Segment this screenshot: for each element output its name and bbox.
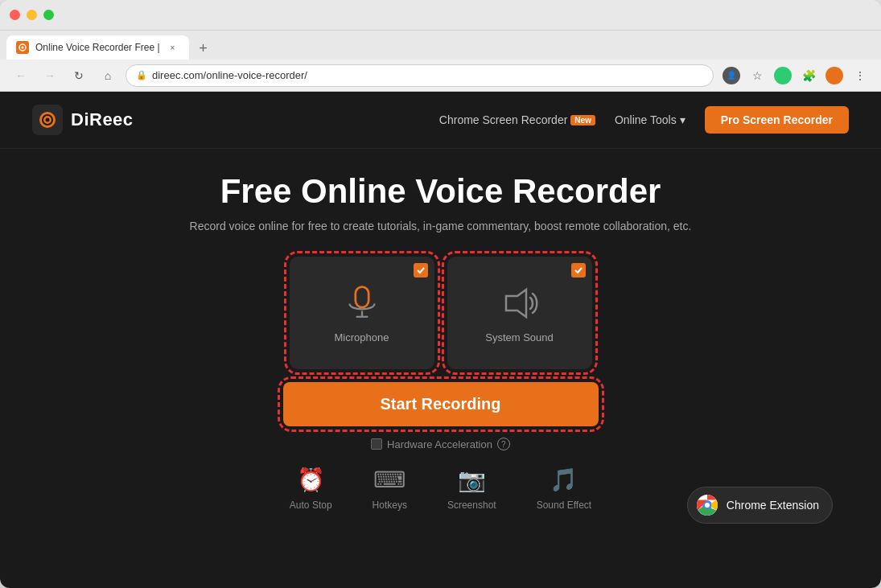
forward-button[interactable]: → <box>39 64 61 87</box>
tab-title: Online Voice Recorder Free | <box>35 42 160 53</box>
system-sound-label: System Sound <box>485 331 554 343</box>
start-recording-button[interactable]: Start Recording <box>283 382 599 426</box>
system-sound-card[interactable]: System Sound <box>447 257 592 369</box>
sound-effect-icon: 🎵 <box>550 467 578 493</box>
hotkeys-label: Hotkeys <box>373 500 407 511</box>
url-text: direec.com/online-voice-recorder/ <box>152 69 307 81</box>
url-input[interactable]: 🔒 direec.com/online-voice-recorder/ <box>126 64 714 87</box>
sound-effect-item: 🎵 Sound Effect <box>537 467 592 511</box>
logo-area: DiReec <box>32 105 134 135</box>
profile-icon[interactable]: 👤 <box>720 64 743 87</box>
page-title: Free Online Voice Recorder <box>220 173 661 210</box>
toolbar-icons: 👤 ☆ 🧩 ⋮ <box>720 64 871 87</box>
back-icon: ← <box>15 69 27 82</box>
logo-icon <box>32 105 63 135</box>
page-subtitle: Record voice online for free to create t… <box>190 220 692 232</box>
browser-window: Online Voice Recorder Free | × + ← → ↻ ⌂… <box>0 0 881 588</box>
hotkeys-item: ⌨ Hotkeys <box>373 467 407 511</box>
hardware-acceleration-help[interactable]: ? <box>497 438 510 450</box>
chrome-logo-icon <box>696 494 718 516</box>
address-bar: ← → ↻ ⌂ 🔒 direec.com/online-voice-record… <box>0 60 881 92</box>
close-button[interactable] <box>10 10 20 20</box>
recording-options: Microphone System Sound <box>290 257 592 369</box>
svg-point-1 <box>22 47 24 49</box>
main-content: Free Online Voice Recorder Record voice … <box>0 149 881 588</box>
auto-stop-item: ⏰ Auto Stop <box>290 467 332 511</box>
site-header: DiReec Chrome Screen Recorder New Online… <box>0 92 881 149</box>
minimize-button[interactable] <box>27 10 37 20</box>
microphone-card[interactable]: Microphone <box>290 257 434 369</box>
svg-point-12 <box>705 503 710 508</box>
tab-favicon <box>16 41 29 54</box>
logo-text: DiReec <box>71 109 134 130</box>
screenshot-icon: 📷 <box>458 467 486 493</box>
lock-icon: 🔒 <box>136 70 147 80</box>
back-button[interactable]: ← <box>10 64 32 87</box>
tab-bar: Online Voice Recorder Free | × + <box>0 31 881 60</box>
extensions-icon[interactable]: 🧩 <box>797 64 820 87</box>
start-recording-wrapper: Start Recording <box>283 382 599 426</box>
new-badge: New <box>570 115 595 125</box>
browser-tab[interactable]: Online Voice Recorder Free | × <box>6 35 189 60</box>
account-green-icon[interactable] <box>772 64 794 87</box>
hardware-acceleration-checkbox[interactable] <box>371 438 382 450</box>
screenshot-item: 📷 Screenshot <box>447 467 496 511</box>
chevron-down-icon: ▾ <box>680 113 685 126</box>
forward-icon: → <box>44 69 56 82</box>
hotkeys-icon: ⌨ <box>373 467 406 493</box>
reload-button[interactable]: ↻ <box>68 64 90 87</box>
website-content: DiReec Chrome Screen Recorder New Online… <box>0 92 881 588</box>
orange-profile <box>825 67 843 84</box>
home-button[interactable]: ⌂ <box>97 64 119 87</box>
svg-point-4 <box>46 118 50 122</box>
svg-rect-5 <box>355 286 368 306</box>
new-tab-button[interactable]: + <box>192 37 215 60</box>
nav-screen-recorder[interactable]: Chrome Screen Recorder New <box>439 113 595 126</box>
microphone-icon <box>342 283 382 323</box>
hardware-acceleration-row: Hardware Acceleration ? <box>371 438 510 450</box>
home-icon: ⌂ <box>105 69 111 82</box>
system-sound-checkbox[interactable] <box>571 263 586 278</box>
pro-screen-recorder-button[interactable]: Pro Screen Recorder <box>705 106 849 134</box>
menu-icon[interactable]: ⋮ <box>849 64 871 87</box>
chrome-extension-label: Chrome Extension <box>727 499 819 512</box>
tab-close-icon[interactable]: × <box>167 41 179 54</box>
green-profile <box>774 67 792 84</box>
screenshot-label: Screenshot <box>447 500 496 511</box>
online-tools-label: Online Tools <box>615 113 677 126</box>
bookmark-icon[interactable]: ☆ <box>746 64 768 87</box>
svg-marker-8 <box>506 290 526 317</box>
nav-online-tools[interactable]: Online Tools ▾ <box>615 113 685 126</box>
account-orange-icon[interactable] <box>823 64 846 87</box>
traffic-lights <box>10 10 54 20</box>
chrome-extension-button[interactable]: Chrome Extension <box>687 487 833 524</box>
sound-effect-label: Sound Effect <box>537 500 592 511</box>
auto-stop-icon: ⏰ <box>297 467 325 493</box>
title-bar <box>0 0 881 31</box>
speaker-icon <box>500 283 540 323</box>
microphone-label: Microphone <box>335 331 389 343</box>
nav-links: Chrome Screen Recorder New Online Tools … <box>439 106 849 134</box>
auto-stop-label: Auto Stop <box>290 500 332 511</box>
microphone-checkbox[interactable] <box>414 263 428 278</box>
screen-recorder-label: Chrome Screen Recorder <box>439 113 568 126</box>
maximize-button[interactable] <box>43 10 54 20</box>
bottom-icons: ⏰ Auto Stop ⌨ Hotkeys 📷 Screenshot 🎵 Sou… <box>290 467 591 519</box>
reload-icon: ↻ <box>74 69 84 82</box>
hardware-acceleration-label: Hardware Acceleration <box>387 438 492 450</box>
